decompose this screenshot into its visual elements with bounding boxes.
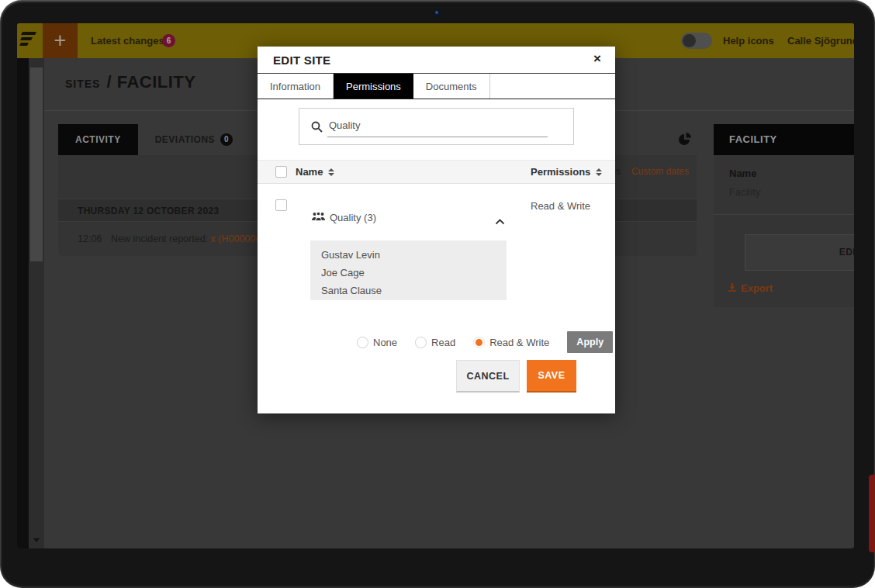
scrollbar-thumb[interactable] <box>30 67 43 261</box>
chevron-up-icon[interactable] <box>495 214 505 228</box>
app-screen: + Latest changes 6 Help icons Calle Sjög… <box>17 23 854 548</box>
modal-tabs: Information Permissions Documents <box>258 74 615 99</box>
group-checkbox[interactable] <box>275 199 287 211</box>
camera-dot <box>433 9 441 17</box>
member-name: Gustav Levin <box>321 246 507 264</box>
tab-deviations[interactable]: DEVIATIONS 0 <box>138 124 250 155</box>
permission-radio-group: None Read Read & Write Apply <box>357 330 613 354</box>
plus-icon: + <box>54 29 67 53</box>
sort-icon <box>596 168 602 176</box>
facility-divider <box>714 214 854 215</box>
group-toggle[interactable]: Quality (3) <box>312 212 376 223</box>
entry-text: New incident reported: x (H000004) <box>111 222 264 256</box>
radio-none[interactable]: None <box>357 337 397 348</box>
facility-panel: FACILITY Name Facility EDIT Export <box>714 124 854 307</box>
radio-circle-selected[interactable] <box>473 337 485 348</box>
table-header: Name Permissions <box>258 160 615 184</box>
user-name[interactable]: Calle Sjögrund <box>787 23 854 58</box>
tab-activity[interactable]: ACTIVITY <box>58 124 138 155</box>
edit-button[interactable]: EDIT <box>745 234 854 271</box>
modal-header: EDIT SITE × <box>258 47 615 74</box>
edit-site-modal: EDIT SITE × Information Permissions Docu… <box>258 47 615 413</box>
deviations-badge: 0 <box>220 133 233 146</box>
save-button[interactable]: SAVE <box>527 360 576 393</box>
search-icon <box>311 121 323 136</box>
member-name: Santa Clause <box>321 282 507 299</box>
app-logo-icon[interactable] <box>19 30 38 52</box>
name-column-header[interactable]: Name <box>296 166 334 178</box>
close-icon[interactable]: × <box>590 51 604 67</box>
pie-chart-icon[interactable] <box>678 132 692 149</box>
help-icons-label: Help icons <box>723 23 774 58</box>
latest-changes-link[interactable]: Latest changes <box>91 23 164 58</box>
activity-filters: ties Custom dates <box>606 166 689 177</box>
download-icon <box>728 282 737 294</box>
apply-button[interactable]: Apply <box>567 331 613 353</box>
group-permission-value: Read & Write <box>531 200 590 212</box>
search-box: Quality <box>299 108 574 145</box>
permissions-column-header[interactable]: Permissions <box>531 166 602 178</box>
add-button[interactable]: + <box>43 23 78 58</box>
member-list: Gustav Levin Joe Cage Santa Clause <box>310 240 507 300</box>
scroll-down-icon[interactable] <box>33 538 40 542</box>
radio-circle[interactable] <box>415 337 427 348</box>
select-all-checkbox[interactable] <box>275 166 287 178</box>
entry-time: 12:06 <box>78 222 102 256</box>
facility-name-label: Name <box>729 168 756 179</box>
group-icon <box>312 212 325 223</box>
modal-title: EDIT SITE <box>273 54 330 67</box>
facility-name-value: Facility <box>729 186 760 198</box>
tab-documents[interactable]: Documents <box>413 74 490 99</box>
help-icons-toggle[interactable] <box>681 33 712 49</box>
latest-changes-badge: 6 <box>162 34 175 47</box>
radio-read-write[interactable]: Read & Write <box>473 337 549 348</box>
facility-panel-title: FACILITY <box>714 124 854 155</box>
page-scrollbar[interactable] <box>29 58 44 548</box>
left-sidebar-strip <box>17 58 29 548</box>
page-title: / FACILITY <box>106 72 195 92</box>
tablet-frame: + Latest changes 6 Help icons Calle Sjög… <box>0 0 875 588</box>
cancel-button[interactable]: CANCEL <box>456 360 520 393</box>
export-link[interactable]: Export <box>728 282 773 294</box>
incident-link[interactable]: x (H000004) <box>211 233 265 244</box>
group-name: Quality (3) <box>330 212 376 223</box>
search-input[interactable]: Quality <box>327 117 548 137</box>
tab-permissions[interactable]: Permissions <box>334 74 413 99</box>
toggle-knob <box>683 34 696 47</box>
sort-icon <box>328 168 334 176</box>
tab-information[interactable]: Information <box>258 74 334 99</box>
custom-dates-link[interactable]: Custom dates <box>631 166 689 177</box>
breadcrumb-section[interactable]: SITES <box>65 78 100 90</box>
radio-read[interactable]: Read <box>415 337 455 348</box>
member-name: Joe Cage <box>321 264 507 282</box>
red-edge-accent <box>869 475 875 552</box>
breadcrumb: SITES / FACILITY <box>65 72 195 92</box>
radio-circle[interactable] <box>357 337 368 348</box>
facility-panel-body: Name Facility EDIT Export <box>714 155 854 307</box>
